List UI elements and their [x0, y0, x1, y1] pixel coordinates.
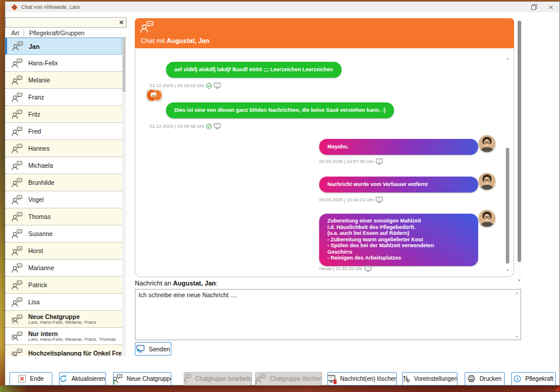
- compose-label: Nachricht an Augustat, Jan:: [135, 280, 218, 287]
- chat-message-bubble: asf sldkfj alskdfj lakdjf lkasdf öööö ;;…: [166, 62, 342, 78]
- panel-scrollbar[interactable]: ▼: [517, 18, 522, 282]
- chat-partner-name: Augustat, Jan: [167, 37, 210, 44]
- contact-name: Vogel: [28, 196, 44, 203]
- partner-avatar: [478, 210, 496, 227]
- sidebar-item-nur-intern[interactable]: Nur intern Lars, Hans-Felix, Melanie, Fr…: [5, 328, 122, 345]
- sidebar-item-michaela[interactable]: Michaela: [5, 157, 122, 174]
- sidebar-item-brunhilde[interactable]: Brunhilde: [5, 174, 122, 191]
- group-members: Lars, Hans-Felix, Melanie, Franz, Thomas: [28, 337, 116, 342]
- info-icon: [513, 375, 521, 383]
- message-timestamp: 01.12.2023 | 15:45:48 Uhr: [150, 123, 221, 129]
- scrollbar-thumb[interactable]: [122, 38, 125, 92]
- sidebar-item-vogel[interactable]: Vogel: [5, 191, 122, 208]
- contact-text: Michaela: [28, 162, 53, 169]
- partner-avatar: [478, 135, 496, 152]
- pflegekraft-button[interactable]: Pflegekraft: [511, 372, 556, 386]
- resize-grip: [555, 386, 559, 391]
- button-label: Chatgruppe löschen: [270, 376, 322, 382]
- message-timestamp: 09.04.2025 | 15:04:23 Uhr: [319, 197, 383, 203]
- nachricht-en-löschen-button[interactable]: Nachricht(en) löschen: [327, 372, 397, 386]
- chat-title-prefix: Chat mit: [141, 37, 165, 44]
- desktop-background: Chat von Ahlswede, Lars ✕ ✕ Art Pflegekr…: [0, 0, 560, 392]
- scroll-down-icon[interactable]: ▼: [517, 278, 522, 282]
- sidebar-item-melanie[interactable]: Melanie: [5, 72, 122, 89]
- scrollbar-thumb[interactable]: [518, 21, 521, 262]
- column-art: Art: [11, 29, 19, 36]
- sidebar-item-hans-felix[interactable]: Hans-Felix: [5, 55, 122, 72]
- timestamp-text: 01.12.2023 | 15:45:48 Uhr: [150, 124, 204, 129]
- chat-message-bubble: Mayahu.: [319, 139, 478, 155]
- contact-list: Jan Hans-Felix Melanie Franz Fritz Fred: [5, 38, 122, 356]
- close-window-icon[interactable]: ✕: [549, 4, 554, 11]
- sidebar-item-jan[interactable]: Jan: [5, 38, 122, 55]
- person-chat-icon: [11, 109, 22, 119]
- ende-button[interactable]: Ende: [9, 372, 52, 386]
- group-add-icon: [113, 374, 122, 384]
- scroll-up-icon[interactable]: ▲: [515, 291, 518, 294]
- window-titlebar[interactable]: Chat von Ahlswede, Lars ✕: [5, 2, 559, 12]
- close-box-icon: [18, 375, 26, 383]
- contact-text: Neue Chatgruppe Lars, Hans-Felix, Melani…: [28, 313, 97, 325]
- sidebar-item-thomas[interactable]: Thomas: [5, 208, 122, 225]
- button-label: Ende: [30, 376, 44, 382]
- person-chat-icon: [11, 92, 22, 102]
- group-delete-icon: [255, 374, 266, 384]
- scroll-down-icon[interactable]: ▼: [505, 268, 510, 272]
- sidebar-item-susanne[interactable]: Susanne: [5, 225, 122, 242]
- contact-name: Lisa: [28, 298, 39, 305]
- message-history: asf sldkfj alskdfj lakdjf lkasdf öööö ;;…: [135, 48, 514, 277]
- person-chat-icon: [11, 297, 22, 307]
- chat-header: Chat mitAugustat, Jan: [135, 18, 514, 48]
- search-input[interactable]: [6, 18, 117, 27]
- contact-text: Jan: [29, 43, 39, 50]
- restore-window-icon[interactable]: [531, 4, 537, 10]
- person-chat-icon: [11, 229, 22, 239]
- sidebar-scrollbar[interactable]: [122, 38, 126, 356]
- send-button[interactable]: Senden: [135, 342, 171, 356]
- check-circle-icon: [206, 83, 212, 89]
- messages-scrollbar[interactable]: ▲ ▼: [505, 57, 510, 272]
- person-chat-icon: [11, 144, 22, 154]
- contact-name: Thomas: [28, 213, 51, 220]
- person-chat-icon: [11, 58, 22, 68]
- sidebar-item-horst[interactable]: Horst: [5, 242, 122, 260]
- sidebar-item-lisa[interactable]: Lisa: [5, 294, 122, 311]
- drucken-button[interactable]: Drucken: [465, 372, 505, 386]
- contact-text: Fritz: [28, 111, 40, 118]
- contact-text: Lisa: [28, 298, 39, 305]
- column-pflegekraft-gruppen: Pflegekraft/Gruppen: [24, 29, 84, 36]
- send-icon: [136, 345, 145, 353]
- aktualisieren-button[interactable]: Aktualisieren: [59, 372, 106, 386]
- contact-text: Vogel: [28, 196, 44, 203]
- search-bar: ✕: [5, 17, 127, 28]
- message-input[interactable]: [135, 289, 521, 340]
- contact-name: Horst: [28, 247, 43, 254]
- monitor-icon: [376, 158, 383, 165]
- timestamp-text: 01.12.2023 | 15:33:43 Uhr: [150, 83, 204, 88]
- clear-search-icon[interactable]: ✕: [117, 18, 126, 27]
- sidebar-item-hannes[interactable]: Hannes: [5, 140, 122, 157]
- person-chat-icon: [12, 41, 23, 51]
- scrollbar-thumb[interactable]: [506, 148, 509, 264]
- group-chat-icon: [11, 348, 22, 357]
- sidebar-item-patrick[interactable]: Patrick: [5, 277, 122, 294]
- printer-icon: [468, 375, 475, 383]
- sidebar-item-marianne[interactable]: Marianne: [5, 260, 122, 277]
- sidebar-item-fred[interactable]: Fred: [5, 123, 122, 140]
- app-icon: [11, 4, 18, 11]
- chat-title: Chat mitAugustat, Jan: [141, 37, 210, 44]
- scroll-down-icon[interactable]: ▼: [515, 335, 518, 338]
- sidebar-item-franz[interactable]: Franz: [5, 89, 122, 106]
- timestamp-text: 09.04.2025 | 15:04:23 Uhr: [319, 197, 374, 202]
- voreinstellungen-button[interactable]: Voreinstellungen: [402, 372, 458, 386]
- neue-chatgruppe-button[interactable]: Neue Chatgruppe: [113, 372, 171, 386]
- app-window: Chat von Ahlswede, Lars ✕ ✕ Art Pflegekr…: [5, 1, 560, 386]
- scroll-up-icon[interactable]: ▲: [505, 57, 510, 60]
- person-chat-icon: [11, 178, 22, 188]
- button-label: Drucken: [479, 376, 501, 382]
- desktop-strip: [0, 386, 560, 392]
- monitor-icon: [214, 82, 221, 89]
- sidebar-item-neue-chatgruppe[interactable]: Neue Chatgruppe Lars, Hans-Felix, Melani…: [5, 311, 122, 328]
- sidebar-item-fritz[interactable]: Fritz: [5, 106, 122, 123]
- sidebar-item-hochzeitsplanung-für-onkel-fred[interactable]: Hochzeitsplanung für Onkel Fred: [5, 345, 122, 356]
